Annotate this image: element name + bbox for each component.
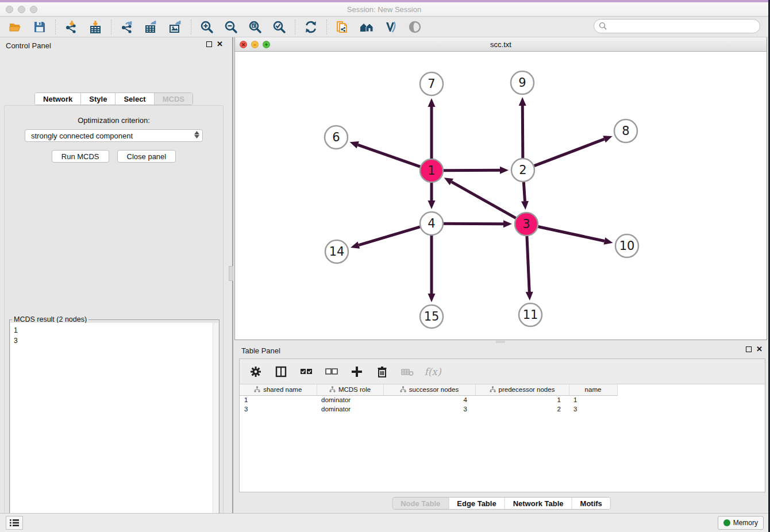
graph-edge-1-6[interactable] (358, 145, 420, 167)
mcds-result-text[interactable]: 1 3 (10, 323, 218, 532)
memory-status-icon (723, 519, 730, 526)
search-input[interactable] (594, 19, 760, 33)
graph-edge-1-2[interactable] (444, 170, 500, 171)
column-header-name[interactable]: name (569, 384, 617, 395)
tab-mcds[interactable]: MCDS (155, 93, 192, 105)
table-panel: Table Panel ✕ (234, 344, 768, 513)
splitter-handle[interactable] (229, 266, 233, 281)
close-panel-icon[interactable]: ✕ (217, 41, 223, 47)
save-session-icon[interactable] (32, 20, 47, 34)
column-header-shared-name[interactable]: shared name (240, 384, 317, 395)
column-type-icon (490, 386, 496, 394)
table-close-panel-icon[interactable]: ✕ (756, 346, 763, 352)
table-row[interactable]: 1dominator411 (240, 395, 765, 404)
graph-node-15[interactable]: 15 (420, 305, 443, 328)
zoom-out-icon[interactable] (224, 20, 238, 34)
svg-text:3: 3 (522, 217, 530, 231)
delete-row-icon[interactable] (375, 365, 389, 379)
svg-text:7: 7 (428, 77, 435, 91)
first-neighbors-icon[interactable] (359, 20, 374, 34)
graph-node-14[interactable]: 14 (325, 240, 348, 263)
deselect-all-icon[interactable] (325, 365, 338, 379)
network-canvas[interactable]: 7968124314101511 (235, 52, 767, 339)
table-row[interactable]: 3dominator323 (240, 404, 765, 414)
tab-motifs[interactable]: Motifs (572, 498, 610, 509)
hide-selected-icon[interactable] (407, 20, 422, 34)
zoom-fit-icon[interactable] (248, 20, 263, 34)
graph-edge-3-1[interactable] (452, 182, 516, 218)
tab-network[interactable]: Network (35, 93, 81, 105)
graph-edge-arrowhead (428, 98, 436, 107)
graph-edge-2-3[interactable] (523, 182, 525, 201)
tab-style[interactable]: Style (81, 93, 116, 105)
criterion-dropdown[interactable]: strongly connected component (25, 129, 203, 142)
run-mcds-button[interactable]: Run MCDS (52, 150, 109, 163)
graph-node-6[interactable]: 6 (325, 126, 348, 149)
control-panel-title: Control Panel (6, 41, 51, 50)
function-builder-icon[interactable]: f(x) (426, 365, 440, 379)
column-header-predecessor-nodes[interactable]: predecessor nodes (475, 384, 569, 395)
column-type-icon (400, 386, 406, 394)
close-panel-button[interactable]: Close panel (117, 150, 176, 163)
mcds-result-group: MCDS result (2 nodes) 1 3 (9, 319, 220, 532)
tab-edge-table[interactable]: Edge Table (449, 498, 505, 509)
graph-node-4[interactable]: 4 (420, 212, 443, 235)
import-table-icon[interactable] (88, 20, 103, 34)
memory-button[interactable]: Memory (718, 516, 764, 530)
graph-node-11[interactable]: 11 (519, 303, 542, 326)
graph-node-8[interactable]: 8 (614, 119, 637, 142)
graph-edge-arrowhead (351, 241, 360, 248)
open-file-icon[interactable] (8, 20, 23, 34)
control-panel: Control Panel ✕ NetworkStyleSelectMCDS O… (0, 37, 228, 513)
vizmapper-icon[interactable] (383, 20, 398, 34)
select-all-icon[interactable] (299, 365, 313, 379)
network-window: ✕ − + scc.txt 7968124314101511 (234, 37, 767, 340)
zoom-in-icon[interactable] (199, 20, 214, 34)
column-header-MCDS-role[interactable]: MCDS role (317, 384, 383, 395)
export-network-icon[interactable] (120, 20, 134, 34)
network-graph[interactable]: 7968124314101511 (235, 52, 767, 339)
graph-node-2[interactable]: 2 (511, 159, 534, 182)
graph-node-3[interactable]: 3 (515, 213, 538, 236)
svg-text:8: 8 (622, 124, 629, 138)
control-panel-tabs: NetworkStyleSelectMCDS (34, 92, 193, 105)
show-column-panel-icon[interactable] (274, 365, 288, 379)
horizontal-splitter-handle[interactable] (496, 341, 505, 343)
graph-edge-arrowhead (503, 220, 512, 228)
settings-gear-icon[interactable] (249, 365, 263, 379)
refresh-icon[interactable] (303, 20, 318, 34)
delete-table-icon[interactable] (401, 365, 414, 379)
zoom-selected-icon[interactable] (272, 20, 287, 34)
graph-edge-arrowhead (428, 201, 436, 209)
graph-node-1[interactable]: 1 (420, 159, 443, 182)
export-table-icon[interactable] (144, 20, 159, 34)
column-header-successor-nodes[interactable]: successor nodes (383, 384, 475, 395)
task-history-button[interactable] (6, 516, 23, 530)
clone-network-icon[interactable] (335, 20, 350, 34)
graph-node-10[interactable]: 10 (615, 234, 638, 257)
graph-edge-4-14[interactable] (359, 227, 420, 245)
criterion-dropdown-value: strongly connected component (31, 132, 133, 140)
svg-text:15: 15 (424, 310, 440, 323)
tab-select[interactable]: Select (116, 93, 154, 105)
graph-edge-arrowhead (521, 201, 529, 210)
float-panel-icon[interactable] (206, 41, 212, 47)
graph-edge-2-8[interactable] (534, 139, 605, 165)
tab-node-table[interactable]: Node Table (392, 498, 449, 509)
vertical-splitter[interactable] (228, 37, 234, 513)
mcds-tab-content: Optimization criterion: strongly connect… (4, 105, 224, 532)
result-scrollbar[interactable] (213, 323, 218, 532)
graph-edge-4-3[interactable] (444, 223, 503, 224)
graph-edge-2-9[interactable] (522, 106, 523, 158)
tab-network-table[interactable]: Network Table (505, 498, 572, 509)
graph-node-9[interactable]: 9 (511, 71, 534, 94)
graph-edge-3-10[interactable] (538, 226, 605, 241)
add-row-icon[interactable] (350, 365, 364, 379)
svg-text:9: 9 (518, 76, 526, 90)
network-window-titlebar[interactable]: ✕ − + scc.txt (235, 37, 767, 52)
graph-edge-3-11[interactable] (527, 236, 529, 292)
export-image-icon[interactable] (168, 20, 183, 34)
graph-node-7[interactable]: 7 (420, 72, 443, 95)
import-network-icon[interactable] (64, 20, 79, 34)
table-float-panel-icon[interactable] (746, 346, 752, 352)
